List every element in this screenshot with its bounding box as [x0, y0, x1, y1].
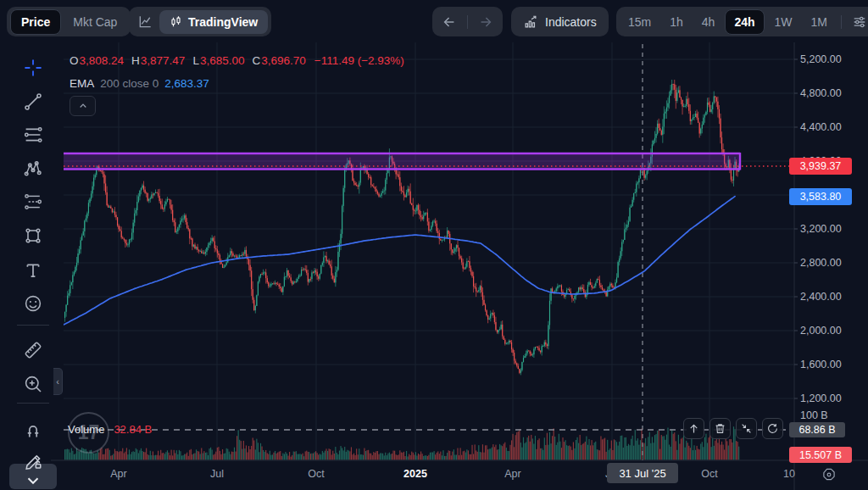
price-axis-label: 2,000.00 [800, 325, 842, 337]
emoji-icon [23, 293, 43, 314]
price-axis-label: 1,200.00 [800, 393, 842, 404]
timeframe-1h[interactable]: 1h [661, 10, 692, 34]
arrow-left-icon [442, 14, 457, 30]
timeframe-1W[interactable]: 1W [766, 10, 801, 34]
volume-value-badge: 15.507 B [789, 447, 852, 463]
ema-value: 2,683.37 [164, 77, 209, 90]
volume-legend: Volume 32.84 B [68, 423, 152, 436]
indicators-button[interactable]: Indicators [511, 7, 609, 36]
xabcd-pattern-icon [23, 159, 43, 179]
ema-params: 200 close 0 [100, 77, 159, 90]
tradingview-label: TradingView [188, 15, 258, 29]
fib-retracement-icon [23, 125, 43, 145]
price-axis-label: 4,400.00 [800, 121, 842, 133]
measure-tool-button[interactable] [22, 339, 44, 361]
chart-quick-actions [683, 418, 783, 439]
chart-settings-button[interactable] [847, 10, 868, 34]
reset-chart-button[interactable] [762, 418, 783, 439]
time-axis-label: 2025 [403, 468, 427, 480]
collapse-pane-button[interactable] [736, 418, 757, 439]
zoom-in-icon [23, 374, 43, 394]
toolbar-scroll-down-button[interactable] [22, 470, 44, 490]
timeframe-1M[interactable]: 1M [803, 10, 836, 34]
time-axis-settings-button[interactable] [820, 465, 838, 484]
time-axis-label: Oct [308, 468, 324, 480]
nav-divider [467, 15, 468, 29]
price-chart[interactable] [0, 0, 868, 490]
price-axis-label: 2,800.00 [800, 257, 842, 269]
candlestick-icon [170, 15, 182, 29]
volume-value: 32.84 B [114, 423, 152, 436]
sliders-icon [852, 14, 867, 30]
timeframe-group: 15m1h4h24h1W1M [616, 7, 868, 36]
pattern-tool-button[interactable] [22, 158, 44, 180]
price-axis-label: 5,200.00 [800, 53, 842, 65]
remove-drawings-button[interactable] [709, 418, 731, 439]
trend-line-icon [23, 92, 43, 112]
time-axis-label: Apr [110, 468, 126, 480]
magnet-tool-button[interactable] [22, 419, 44, 441]
fib-tool-button[interactable] [22, 124, 44, 146]
ema-name: EMA [70, 77, 94, 90]
open-value: 3,808.24 [80, 54, 125, 67]
low-key: L [192, 54, 199, 67]
timeframe-15m[interactable]: 15m [620, 10, 659, 34]
trendline-tool-button[interactable] [22, 91, 44, 113]
arrow-up-icon [687, 422, 700, 435]
line-chart-button[interactable] [132, 10, 158, 34]
time-axis-label: Apr [504, 468, 520, 480]
crosshair-icon [23, 58, 43, 78]
nav-history-group [432, 7, 503, 36]
timeframe-24h[interactable]: 24h [725, 9, 764, 35]
high-value: 3,877.47 [141, 54, 186, 67]
rectangle-icon [23, 226, 43, 246]
magnet-icon [23, 420, 43, 440]
crosshair-tool-button[interactable] [22, 57, 44, 79]
low-value: 3,685.00 [200, 54, 245, 67]
ema-legend: EMA 200 close 0 2,683.37 [70, 77, 209, 90]
collapse-arrows-icon [740, 422, 753, 435]
ohlc-legend: O3,808.24 H3,877.47 L3,685.00 C3,696.70 … [70, 54, 404, 67]
indicators-icon [523, 14, 538, 30]
zoom-tool-button[interactable] [22, 373, 44, 395]
change-value: −111.49 (−2.93%) [314, 54, 404, 67]
toolbar-divider [17, 325, 49, 326]
scroll-up-button[interactable] [683, 418, 704, 439]
trash-icon [714, 422, 726, 435]
time-axis-label: 10 [783, 468, 795, 480]
volume-label: Volume [68, 423, 104, 436]
rectangle-tool-button[interactable] [22, 225, 44, 247]
volume-axis-label: 100 B [800, 409, 828, 421]
close-key: C [252, 54, 260, 67]
forward-arrow-button[interactable] [473, 10, 498, 34]
timeframe-4h[interactable]: 4h [693, 10, 724, 34]
back-arrow-button[interactable] [437, 10, 462, 34]
legend-collapse-button[interactable] [70, 96, 96, 116]
price-axis-label: 1,600.00 [800, 359, 842, 370]
refresh-icon [766, 422, 779, 435]
current-price-badge: 3,939.37 [789, 158, 852, 175]
volume-axis-badge: 68.86 B [789, 422, 845, 437]
chart-source-group: TradingView [129, 7, 271, 36]
long-position-icon [23, 192, 43, 212]
mktcap-toggle-button[interactable]: Mkt Cap [63, 10, 127, 34]
emoji-tool-button[interactable] [22, 292, 44, 315]
open-key: O [70, 54, 79, 67]
time-axis-label: Oct [701, 468, 717, 480]
ema-price-badge: 3,583.80 [789, 188, 852, 205]
price-axis-label: 4,800.00 [800, 87, 842, 99]
chevron-down-icon [24, 471, 42, 490]
price-axis-label: 3,200.00 [800, 223, 842, 235]
price-toggle-button[interactable]: Price [10, 9, 61, 35]
indicators-label: Indicators [545, 15, 597, 29]
text-tool-button[interactable] [22, 259, 44, 281]
ruler-icon [23, 340, 43, 360]
trading-chart-app: Price Mkt Cap TradingView [0, 0, 868, 490]
timeframe-divider [841, 15, 842, 29]
toolbar-divider [17, 403, 49, 404]
position-tool-button[interactable] [22, 191, 44, 213]
text-icon [23, 260, 43, 281]
tradingview-button[interactable]: TradingView [159, 10, 268, 34]
time-axis-label: Jul [210, 468, 224, 480]
price-axis-label: 2,400.00 [800, 291, 842, 303]
